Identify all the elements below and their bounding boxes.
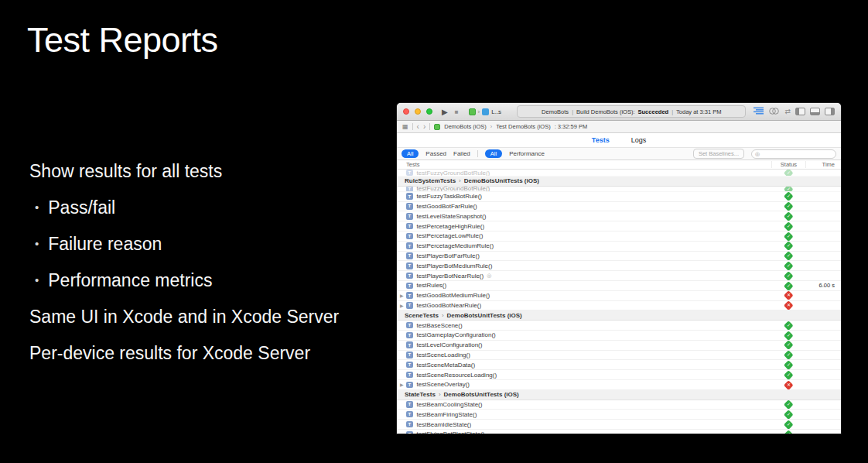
zoom-button[interactable] — [426, 108, 432, 115]
test-row[interactable]: TtestPercetageMediumRule()✓ — [397, 242, 841, 252]
test-row[interactable]: TtestPercetageLowRule()✓ — [397, 232, 841, 242]
search-input[interactable] — [762, 150, 832, 157]
minimize-button[interactable] — [415, 108, 421, 115]
standard-editor-icon[interactable] — [754, 107, 764, 116]
filter-bar: All Passed Failed All Performance Set Ba… — [397, 147, 841, 160]
test-name: testPlayerBotNearRule() — [417, 273, 484, 280]
disclosure-triangle-icon[interactable]: ▶ — [400, 303, 404, 308]
test-name: testSceneLoading() — [417, 352, 470, 358]
related-items-icon[interactable]: ▦ — [402, 123, 408, 130]
test-rows: TtestFuzzyGroundBotRule()✓RuleSystemTest… — [397, 170, 841, 434]
filter-passed[interactable]: Passed — [425, 150, 446, 157]
breadcrumb-separator-icon: › — [490, 124, 492, 129]
disclosure-triangle-icon[interactable]: ▶ — [400, 382, 404, 387]
test-method-icon: T — [406, 332, 413, 339]
forward-icon[interactable]: › — [423, 124, 425, 130]
test-row[interactable]: TtestLevelStateSnapshot()✓ — [397, 211, 841, 221]
test-name: testLevelConfiguration() — [417, 341, 483, 348]
status-cell: ✓ — [771, 283, 805, 290]
test-name: testFuzzyGroundBotRule() — [417, 187, 490, 192]
status-pass-icon: ✓ — [784, 187, 793, 192]
status-pass-icon: ✓ — [784, 261, 793, 270]
column-time: Time — [805, 161, 841, 168]
test-row[interactable]: TtestFuzzyGroundBotRule()✓ — [397, 170, 841, 177]
test-name: testGameplayConfiguration() — [417, 331, 496, 338]
test-row[interactable]: TtestSceneResourceLoading()✓ — [397, 370, 841, 380]
status-glyph: ✓ — [786, 244, 790, 249]
test-method-icon: T — [406, 401, 413, 408]
assistant-editor-icon[interactable] — [768, 107, 780, 117]
test-row[interactable]: TtestBaseScene()✓ — [397, 321, 841, 331]
test-row[interactable]: TtestBeamCoolingState()✓ — [397, 400, 841, 410]
tab-logs[interactable]: Logs — [631, 136, 647, 144]
gear-icon: ◎ — [487, 273, 491, 279]
breadcrumb-project[interactable]: DemoBots (iOS) — [444, 123, 487, 130]
slide-line-per-device: Per-device results for Xcode Server — [29, 341, 339, 365]
test-row[interactable]: ▶TtestSceneOverlay()✕ — [397, 380, 841, 390]
filter-performance[interactable]: Performance — [509, 150, 545, 157]
filter-all-performance[interactable]: All — [485, 149, 502, 158]
filter-all-tests[interactable]: All — [402, 149, 419, 158]
test-row[interactable]: ▶TtestGoodBotNearRule()✕ — [397, 301, 841, 311]
test-row[interactable]: TtestBeamFiringState()✓ — [397, 410, 841, 420]
bullet-dot-icon: • — [29, 232, 48, 256]
test-row[interactable]: TtestSceneLoading()✓ — [397, 351, 841, 361]
version-editor-icon[interactable]: ⇄ — [784, 108, 791, 115]
back-icon[interactable]: ‹ — [417, 124, 419, 130]
filter-failed[interactable]: Failed — [453, 150, 470, 157]
test-row[interactable]: TtestFuzzyTaskBotRule()✓ — [397, 192, 841, 202]
test-row[interactable]: TtestFlyingBotBlastState()✓ — [397, 430, 841, 434]
breadcrumb-action[interactable]: Test DemoBots (iOS) — [496, 123, 550, 130]
section-row[interactable]: SceneTests›DemoBotsUnitTests (iOS) — [397, 310, 841, 321]
test-method-icon: T — [406, 187, 413, 192]
test-name: testSceneResourceLoading() — [417, 372, 497, 379]
section-row[interactable]: RuleSystemTests›DemoBotsUnitTests (iOS) — [397, 177, 841, 187]
status-pass-icon: ✓ — [784, 430, 793, 434]
test-row[interactable]: TtestPlayerBotFarRule()✓ — [397, 252, 841, 262]
test-name: testFuzzyGroundBotRule() — [417, 170, 490, 177]
test-method-icon: T — [406, 302, 413, 309]
test-row[interactable]: TtestPercetageHighRule()✓ — [397, 221, 841, 232]
section-suite: DemoBotsUnitTests (iOS) — [464, 177, 539, 184]
status-cell: ✓ — [771, 262, 805, 269]
test-row[interactable]: TtestGoodBotFarRule()✓ — [397, 202, 841, 212]
test-method-icon: T — [406, 421, 413, 428]
run-button[interactable]: ▶ — [442, 108, 448, 116]
search-field[interactable]: ◎ — [751, 149, 836, 159]
destination-device-icon — [482, 108, 489, 115]
set-baselines-button[interactable]: Set Baselines... — [693, 149, 744, 159]
toggle-inspector-icon[interactable] — [825, 108, 835, 115]
test-row[interactable]: TtestSceneMetaData()✓ — [397, 360, 841, 370]
test-row[interactable]: TtestFuzzyGroundBotRule()✓ — [397, 187, 841, 192]
status-glyph: ✓ — [786, 402, 790, 406]
test-method-icon: T — [406, 273, 413, 280]
test-method-icon: T — [406, 372, 413, 379]
status-glyph: ✓ — [786, 362, 790, 367]
toggle-debug-area-icon[interactable] — [810, 108, 820, 115]
status-cell: ✓ — [771, 421, 805, 428]
disclosure-triangle-icon[interactable]: ▶ — [400, 293, 404, 298]
test-row[interactable]: ▶TtestGoodBotMediumRule()✕ — [397, 291, 841, 301]
stop-button[interactable]: ■ — [455, 108, 459, 115]
status-cell: ✓ — [771, 362, 805, 369]
tab-tests[interactable]: Tests — [592, 136, 610, 144]
scheme-selector[interactable]: › L..s — [469, 108, 502, 115]
test-name: testBaseScene() — [417, 322, 463, 329]
scheme-app-icon — [469, 108, 476, 115]
status-glyph: ✓ — [786, 214, 790, 218]
test-row[interactable]: TtestLevelConfiguration()✓ — [397, 341, 841, 351]
status-glyph: ✓ — [786, 253, 790, 258]
test-row[interactable]: TtestPlayerBotMediumRule()✓ — [397, 261, 841, 271]
status-pass-icon: ✓ — [784, 271, 793, 280]
status-glyph: ✓ — [786, 412, 790, 417]
status-cell: ✓ — [771, 322, 805, 329]
section-row[interactable]: StateTests›DemoBotsUnitTests (iOS) — [397, 390, 841, 400]
test-row[interactable]: TtestRules()✓6.00 s — [397, 281, 841, 291]
test-row[interactable]: TtestBeamIdleState()✓ — [397, 420, 841, 430]
test-method-icon: T — [406, 242, 413, 249]
toggle-navigator-icon[interactable] — [795, 108, 805, 115]
status-glyph: ✓ — [786, 194, 790, 199]
close-button[interactable] — [403, 108, 409, 115]
test-row[interactable]: TtestPlayerBotNearRule()◎✓ — [397, 271, 841, 281]
test-row[interactable]: TtestGameplayConfiguration()✓ — [397, 331, 841, 341]
